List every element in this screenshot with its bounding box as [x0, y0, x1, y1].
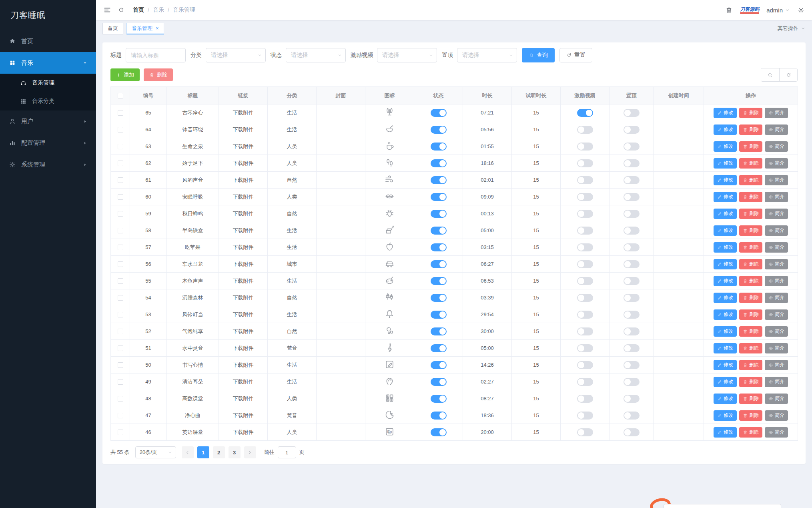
pin-top-switch[interactable] [624, 143, 640, 151]
user-menu[interactable]: admin [766, 7, 790, 14]
row-link[interactable]: 下载附件 [219, 273, 268, 289]
pin-top-switch[interactable] [624, 294, 640, 302]
goto-page-input[interactable] [278, 446, 296, 458]
title-filter-input[interactable] [126, 48, 186, 62]
row-checkbox[interactable] [118, 362, 123, 368]
pin-top-switch[interactable] [624, 378, 640, 386]
incentive-video-switch[interactable] [577, 294, 593, 302]
delete-button[interactable]: 删除 [739, 427, 762, 438]
incentive-video-switch[interactable] [577, 428, 593, 436]
delete-button[interactable]: 删除 [739, 293, 762, 303]
status-switch[interactable] [431, 277, 447, 285]
incentive-video-switch[interactable] [577, 243, 593, 251]
status-switch[interactable] [431, 344, 447, 352]
edit-button[interactable]: 修改 [714, 326, 737, 337]
status-switch[interactable] [431, 243, 447, 251]
show-search-button[interactable] [761, 68, 779, 81]
intro-button[interactable]: 简介 [765, 427, 788, 438]
row-checkbox[interactable] [118, 177, 123, 183]
pin-top-switch[interactable] [624, 159, 640, 167]
pin-top-switch[interactable] [624, 428, 640, 436]
incentive-video-switch[interactable] [577, 210, 593, 218]
intro-button[interactable]: 简介 [765, 192, 788, 202]
reset-button[interactable]: 重置 [559, 48, 592, 62]
status-switch[interactable] [431, 176, 447, 184]
row-link[interactable]: 下载附件 [219, 172, 268, 189]
incentive-video-switch[interactable] [577, 327, 593, 335]
pin-top-switch[interactable] [624, 109, 640, 117]
intro-button[interactable]: 简介 [765, 343, 788, 353]
edit-button[interactable]: 修改 [714, 427, 737, 438]
incentive-video-switch[interactable] [577, 311, 593, 319]
status-switch[interactable] [431, 210, 447, 218]
delete-button[interactable]: 删除 [739, 410, 762, 421]
pin-top-switch[interactable] [624, 311, 640, 319]
row-link[interactable]: 下载附件 [219, 138, 268, 155]
delete-button[interactable]: 删除 [739, 394, 762, 404]
delete-button[interactable]: 删除 [739, 326, 762, 337]
pin-top-switch[interactable] [624, 412, 640, 420]
incentive-video-switch[interactable] [577, 126, 593, 134]
pin-top-switch[interactable] [624, 260, 640, 268]
delete-button[interactable]: 删除 [739, 141, 762, 152]
pin-top-switch[interactable] [624, 193, 640, 201]
edit-button[interactable]: 修改 [714, 209, 737, 219]
delete-button[interactable]: 删除 [739, 343, 762, 353]
edit-button[interactable]: 修改 [714, 293, 737, 303]
row-checkbox[interactable] [118, 312, 123, 317]
incentive-video-switch[interactable] [577, 361, 593, 369]
incentive-video-switch[interactable] [577, 193, 593, 201]
delete-button[interactable]: 删除 [739, 242, 762, 253]
add-button[interactable]: 添加 [110, 68, 140, 81]
row-checkbox[interactable] [118, 261, 123, 267]
intro-button[interactable]: 简介 [765, 175, 788, 185]
row-link[interactable]: 下载附件 [219, 239, 268, 256]
row-checkbox[interactable] [118, 245, 123, 250]
edit-button[interactable]: 修改 [714, 259, 737, 269]
intro-button[interactable]: 简介 [765, 293, 788, 303]
delete-button[interactable]: 删除 [739, 192, 762, 202]
row-checkbox[interactable] [118, 161, 123, 166]
intro-button[interactable]: 简介 [765, 259, 788, 269]
status-switch[interactable] [431, 227, 447, 235]
edit-button[interactable]: 修改 [714, 141, 737, 152]
status-switch[interactable] [431, 311, 447, 319]
edit-button[interactable]: 修改 [714, 377, 737, 387]
delete-button[interactable]: 删除 [739, 124, 762, 135]
status-filter-select[interactable]: 请选择 [286, 48, 346, 62]
row-checkbox[interactable] [118, 110, 123, 116]
status-switch[interactable] [431, 327, 447, 335]
status-switch[interactable] [431, 412, 447, 420]
intro-button[interactable]: 简介 [765, 141, 788, 152]
pin-top-switch[interactable] [624, 243, 640, 251]
page-size-select[interactable]: 20条/页 [135, 446, 176, 458]
edit-button[interactable]: 修改 [714, 343, 737, 353]
status-switch[interactable] [431, 260, 447, 268]
status-switch[interactable] [431, 428, 447, 436]
clear-cache-icon[interactable] [725, 6, 733, 14]
page-button-3[interactable]: 3 [229, 446, 241, 458]
settings-gear-icon[interactable] [797, 6, 805, 14]
incentive-filter-select[interactable]: 请选择 [377, 48, 437, 62]
row-checkbox[interactable] [118, 396, 123, 402]
status-switch[interactable] [431, 294, 447, 302]
refresh-table-button[interactable] [779, 68, 797, 81]
incentive-video-switch[interactable] [577, 143, 593, 151]
incentive-video-switch[interactable] [577, 176, 593, 184]
row-checkbox[interactable] [118, 278, 123, 284]
edit-button[interactable]: 修改 [714, 158, 737, 169]
tab-close-icon[interactable]: × [156, 26, 159, 31]
batch-delete-button[interactable]: 删除 [144, 68, 173, 81]
pin-top-switch[interactable] [624, 227, 640, 235]
page-button-2[interactable]: 2 [213, 446, 225, 458]
edit-button[interactable]: 修改 [714, 192, 737, 202]
row-checkbox[interactable] [118, 430, 123, 435]
row-link[interactable]: 下载附件 [219, 222, 268, 239]
row-link[interactable]: 下载附件 [219, 205, 268, 222]
status-switch[interactable] [431, 193, 447, 201]
sidebar-item-music-manage[interactable]: 音乐管理 [0, 74, 96, 92]
row-link[interactable]: 下载附件 [219, 121, 268, 138]
intro-button[interactable]: 简介 [765, 410, 788, 421]
sidebar-item-users[interactable]: 用户 [0, 110, 96, 132]
delete-button[interactable]: 删除 [739, 309, 762, 320]
